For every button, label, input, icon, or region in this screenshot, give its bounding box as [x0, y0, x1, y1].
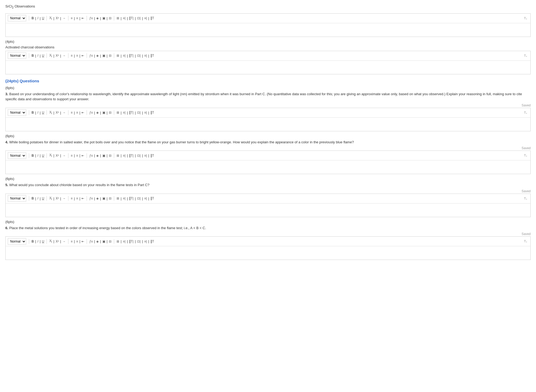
editor-srcl2: Normal B | I | U Xi | X² | → ≡ | ≡ | ⇤ ƒ…	[5, 13, 531, 37]
tx-btn-charcoal[interactable]: Tₓ	[523, 53, 528, 58]
question-3-text: 3. Based on your understanding of color'…	[5, 91, 531, 102]
special-btn1-charcoal[interactable]: ◈	[95, 53, 99, 58]
tx-btn-q5[interactable]: Tₓ	[523, 196, 528, 201]
list-btn2[interactable]: ≡	[75, 16, 79, 21]
toolbar-charcoal: Normal B | I | U Xi | X² | → ≡ | ≡ | ⇤ ƒ…	[6, 51, 530, 61]
tx-btn-q3[interactable]: Tₓ	[523, 110, 528, 115]
saved-q6: Saved	[5, 232, 531, 236]
grid-btn1[interactable]: ⊞	[116, 16, 120, 21]
sep4	[87, 16, 87, 21]
italic-btn[interactable]: I	[37, 16, 39, 21]
italic-btn-charcoal[interactable]: I	[37, 53, 39, 58]
sep2	[47, 16, 47, 21]
table-btn[interactable]: ▣	[102, 16, 106, 21]
saved-q4: Saved	[5, 146, 531, 150]
page-title: SrCl2 Observations	[5, 4, 531, 9]
toolbar-srcl2: Normal B | I | U Xi | X² | → ≡ | ≡ | ⇤ ƒ…	[6, 14, 530, 23]
arrow-btn[interactable]: →	[62, 16, 67, 21]
question-4-text: 4. While boiling potatoes for dinner in …	[5, 140, 531, 145]
underline-btn-q3[interactable]: U	[41, 110, 45, 115]
editor-content-charcoal[interactable]	[6, 61, 530, 74]
toolbar-q4: Normal B | I | U Xi | X² | → ≡ | ≡ | ⇤ ƒ…	[6, 151, 530, 160]
tx-btn-srcl2[interactable]: Tₓ	[523, 16, 528, 21]
text-btn2[interactable]: ǁT	[150, 16, 155, 21]
points-q5: (6pts)	[5, 177, 531, 181]
list-btn1-charcoal[interactable]: ≡	[70, 53, 74, 58]
editor-content-q4[interactable]	[6, 160, 530, 174]
style-select-q6[interactable]: Normal	[8, 238, 26, 245]
link-btn-charcoal[interactable]: ⊟	[108, 53, 112, 58]
editor-q3: Normal B | I | U Xi | X² | → ≡ | ≡ | ⇤ ƒ…	[5, 108, 531, 131]
subscript-btn-q3[interactable]: Xi	[48, 110, 53, 115]
points-q6: (6pts)	[5, 220, 531, 224]
style-select-charcoal[interactable]: Normal	[8, 52, 26, 59]
align-btn1-charcoal[interactable]: ≡|	[122, 53, 126, 58]
editor-q5: Normal B | I | U Xi | X² | → ≡ | ≡ | ⇤ ƒ…	[5, 194, 531, 217]
questions-heading: (24pts) Questions	[5, 79, 531, 83]
indent-btn-charcoal[interactable]: ⇤	[81, 53, 85, 58]
style-select-q5[interactable]: Normal	[8, 195, 26, 202]
align-btn2-charcoal[interactable]: ≡|	[143, 53, 148, 58]
list-btn1[interactable]: ≡	[70, 16, 74, 21]
editor-q6: Normal B | I | U Xi | X² | → ≡ | ≡ | ⇤ ƒ…	[5, 236, 531, 260]
sep5	[114, 16, 114, 21]
align-btn1[interactable]: ≡|	[122, 16, 126, 21]
bold-btn-q3[interactable]: B	[31, 110, 35, 115]
text-btn1[interactable]: ǁT|	[128, 16, 134, 21]
toolbar-q6: Normal B | I | U Xi | X² | → ≡ | ≡ | ⇤ ƒ…	[6, 237, 530, 246]
sep1	[29, 16, 29, 21]
sep3	[68, 16, 68, 21]
indent-btn[interactable]: ⇤	[81, 16, 85, 21]
underline-btn-charcoal[interactable]: U	[41, 53, 45, 58]
toolbar-q5: Normal B | I | U Xi | X² | → ≡ | ≡ | ⇤ ƒ…	[6, 194, 530, 203]
bold-btn-q4[interactable]: B	[31, 153, 35, 158]
saved-q5: Saved	[5, 189, 531, 193]
subscript-btn[interactable]: Xi	[48, 16, 53, 21]
editor-content-q5[interactable]	[6, 203, 530, 217]
tx-btn-q4[interactable]: Tₓ	[523, 153, 528, 158]
align-btn2[interactable]: ≡|	[143, 16, 148, 21]
editor-content-srcl2[interactable]	[6, 23, 530, 37]
editor-content-q3[interactable]	[6, 118, 530, 131]
arrow-btn-charcoal[interactable]: →	[62, 53, 67, 58]
style-select-q3[interactable]: Normal	[8, 109, 26, 116]
style-select-srcl2[interactable]: Normal	[8, 15, 26, 21]
underline-btn[interactable]: U	[41, 16, 45, 21]
text-btn1-charcoal[interactable]: ǁT|	[128, 53, 134, 58]
charcoal-label: Activated charcoal observations	[5, 45, 531, 49]
link-btn[interactable]: ⊟	[108, 16, 112, 21]
special-btn2[interactable]: ⊡|	[136, 16, 141, 21]
superscript-btn-charcoal[interactable]: X²	[55, 53, 60, 58]
text-btn2-charcoal[interactable]: ǁT	[150, 53, 155, 58]
fx-btn[interactable]: ƒx	[88, 16, 94, 21]
superscript-btn-q3[interactable]: X²	[55, 110, 60, 115]
editor-content-q6[interactable]	[6, 246, 530, 260]
italic-btn-q3[interactable]: I	[37, 110, 39, 115]
points-4pts: (4pts)	[5, 40, 531, 44]
question-5-text: 5. What would you conclude about chlorid…	[5, 182, 531, 188]
bold-btn[interactable]: B	[31, 16, 35, 21]
special-btn2-charcoal[interactable]: ⊡|	[136, 53, 141, 58]
style-select-q4[interactable]: Normal	[8, 152, 26, 159]
list-btn2-charcoal[interactable]: ≡	[75, 53, 79, 58]
bold-btn-charcoal[interactable]: B	[31, 53, 35, 58]
table-btn-charcoal[interactable]: ▣	[102, 53, 106, 58]
editor-q4: Normal B | I | U Xi | X² | → ≡ | ≡ | ⇤ ƒ…	[5, 151, 531, 174]
fx-btn-charcoal[interactable]: ƒx	[88, 53, 94, 58]
superscript-btn[interactable]: X²	[55, 16, 60, 21]
tx-btn-q6[interactable]: Tₓ	[523, 239, 528, 244]
editor-charcoal: Normal B | I | U Xi | X² | → ≡ | ≡ | ⇤ ƒ…	[5, 51, 531, 74]
toolbar-q3: Normal B | I | U Xi | X² | → ≡ | ≡ | ⇤ ƒ…	[6, 108, 530, 118]
special-btn1[interactable]: ◈	[95, 16, 99, 21]
saved-q3: Saved	[5, 103, 531, 107]
italic-btn-q4[interactable]: I	[37, 153, 39, 158]
grid-btn1-charcoal[interactable]: ⊞	[116, 53, 120, 58]
underline-btn-q4[interactable]: U	[41, 153, 45, 158]
question-6-text: 6. Place the metal solutions you tested …	[5, 225, 531, 231]
points-q4: (6pts)	[5, 134, 531, 138]
subscript-btn-charcoal[interactable]: Xi	[48, 53, 53, 58]
points-q3: (6pts)	[5, 86, 531, 90]
